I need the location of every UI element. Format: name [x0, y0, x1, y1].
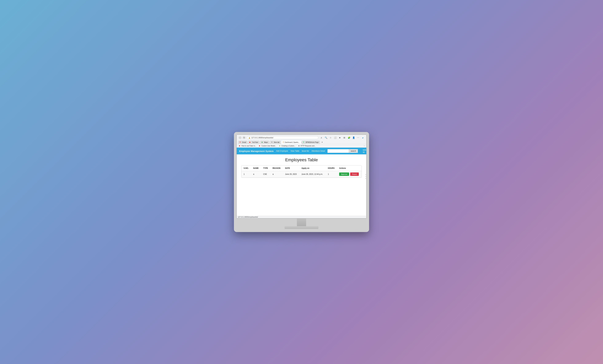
url-text: 127.0.0.1:8000/emp/leavelist/	[251, 137, 273, 139]
tab-label-gmail: Gmail	[242, 142, 246, 143]
col-reason: REASON	[270, 165, 283, 171]
app-navbar: Employee Management System Add Employee …	[237, 148, 366, 154]
employees-table-wrapper: S.NO. NAME TYPE REASON DATE Apply on HOU…	[241, 165, 362, 178]
reject-button[interactable]: Reject	[350, 173, 359, 176]
app-brand: Employee Management System	[239, 150, 274, 152]
bookmark-label-custom-user: Custom User Model...	[261, 145, 276, 147]
bookmarks-bar: ▶ How to use Faker in... ▶ Custom User M…	[237, 144, 366, 147]
cell-reason: a	[270, 171, 283, 177]
bookmark-http-requests[interactable]: ◉ HTTP Requests and...	[298, 145, 316, 147]
bookmark-label-creating-custom: Creating a Custom...	[281, 145, 296, 147]
col-sno: S.NO.	[242, 165, 251, 171]
scrollbar-dot-3	[365, 178, 366, 179]
bookmark-custom-user[interactable]: ▶ Custom User Model...	[258, 145, 277, 147]
tab-label-maps: Maps	[264, 142, 268, 143]
tab-label-newtab: New tab	[274, 142, 279, 143]
status-bar: 127.0.0.1:8000/emp/leavelist/	[237, 216, 366, 218]
col-actions: Actions	[337, 165, 361, 171]
search-group: search	[327, 149, 358, 153]
tab-maps[interactable]: ◉ Maps	[260, 141, 269, 144]
cell-apply-on: June 29, 2023, 12:44 p.m.	[299, 171, 326, 177]
sidebar-button[interactable]: ⬜	[334, 136, 337, 139]
cell-date: June 29, 2023	[283, 171, 299, 177]
lock-icon: 🔒	[248, 137, 250, 139]
http-requests-bm-icon: ◉	[298, 145, 300, 147]
refresh-button[interactable]: ↻	[243, 136, 246, 139]
bookmark-creating-custom[interactable]: ◆ Creating a Custom...	[278, 145, 296, 147]
bookmark-label-how-to-faker: How to use Faker in...	[242, 145, 256, 147]
cell-sno: 1	[242, 171, 251, 177]
new-tab-button[interactable]: +	[320, 141, 324, 144]
col-apply-on: Apply on	[299, 165, 326, 171]
col-name: NAME	[251, 165, 261, 171]
tab-label-youtube: YouTube	[252, 142, 258, 143]
scrollbar-dot-2	[365, 176, 366, 177]
scrollbar-dot-1	[365, 174, 366, 175]
bookmark-how-to-faker[interactable]: ▶ How to use Faker in...	[239, 145, 257, 147]
gmail-favicon: M	[239, 141, 241, 143]
youtube-favicon: ▶	[249, 141, 251, 143]
bookmark-star-button[interactable]: ☆	[329, 136, 332, 139]
nav-attendance-detail[interactable]: Attendace Detail	[312, 150, 325, 152]
approve-button[interactable]: Approve	[339, 173, 349, 176]
table-body: 1 a CSE a June 29, 2023 June 29, 2023, 1…	[242, 171, 361, 177]
favorites-button[interactable]: ★	[338, 136, 341, 139]
page-content: Employees Table S.NO. NAME TYPE REASON D…	[237, 154, 366, 216]
tabs-bar: M Gmail ▶ YouTube ◉ Maps ✦ New tab	[237, 141, 366, 144]
bookmarks-more-button[interactable]: ›	[364, 145, 364, 147]
nav-view-table[interactable]: View Table	[290, 150, 299, 152]
address-bar[interactable]: 🔒 127.0.0.1:8000/emp/leavelist/	[247, 136, 318, 139]
search-input[interactable]	[327, 149, 349, 153]
newtab-favicon: ✦	[271, 141, 273, 143]
status-url: 127.0.0.1:8000/emp/leavelist/	[238, 216, 258, 218]
tab-bpms[interactable]: B BPMS|Home Page	[302, 141, 320, 144]
cell-hours: 1	[326, 171, 337, 177]
profile-button[interactable]: 👤	[352, 136, 355, 139]
tab-newtab[interactable]: ✦ New tab	[270, 141, 281, 144]
extensions-button[interactable]: 🧩	[347, 136, 351, 139]
nav-leave-list[interactable]: leave list	[302, 150, 309, 152]
cell-name: a	[251, 171, 261, 177]
zoom-button[interactable]: 🔍	[324, 136, 328, 139]
monitor-stand-base	[285, 226, 318, 229]
tab-youtube[interactable]: ▶ YouTube	[248, 141, 260, 144]
monitor-stand-neck	[297, 219, 306, 226]
back-button[interactable]: ←	[239, 136, 242, 139]
welcome-text: welcome sp	[363, 149, 367, 153]
cell-actions: Approve Reject	[337, 171, 361, 177]
tab-label-dashboard: Dashboard | Sparks...	[285, 142, 300, 143]
scrollbar-dots	[365, 174, 366, 179]
bpms-favicon: B	[303, 141, 305, 143]
custom-user-bm-icon: ▶	[259, 145, 261, 147]
tab-label-bpms: BPMS|Home Page	[306, 142, 319, 143]
collections-button[interactable]: ⊞	[343, 136, 346, 139]
maps-favicon: ◉	[261, 141, 263, 143]
tab-gmail[interactable]: M Gmail	[238, 141, 248, 144]
col-date: DATE	[283, 165, 299, 171]
table-header: S.NO. NAME TYPE REASON DATE Apply on HOU…	[242, 165, 361, 171]
edge-icon: 𝑒	[361, 136, 364, 139]
dashboard-favicon: D	[283, 141, 284, 143]
youtube-bm-icon: ▶	[239, 145, 241, 147]
search-button[interactable]: search	[349, 149, 358, 153]
cell-type: CSE	[261, 171, 270, 177]
creating-custom-bm-icon: ◆	[279, 145, 281, 147]
table-row: 1 a CSE a June 29, 2023 June 29, 2023, 1…	[242, 171, 361, 177]
nav-add-employee[interactable]: Add Employee	[276, 150, 288, 152]
col-hours: HOURS	[326, 165, 337, 171]
bookmark-label-http-requests: HTTP Requests and...	[301, 145, 316, 147]
tab-dashboard[interactable]: D Dashboard | Sparks... ✕	[281, 141, 301, 144]
more-button[interactable]: ⋯	[357, 136, 360, 139]
col-type: TYPE	[261, 165, 270, 171]
page-title: Employees Table	[241, 157, 362, 162]
font-options-button[interactable]: 𝐴	[320, 136, 323, 139]
employees-table: S.NO. NAME TYPE REASON DATE Apply on HOU…	[242, 165, 361, 177]
